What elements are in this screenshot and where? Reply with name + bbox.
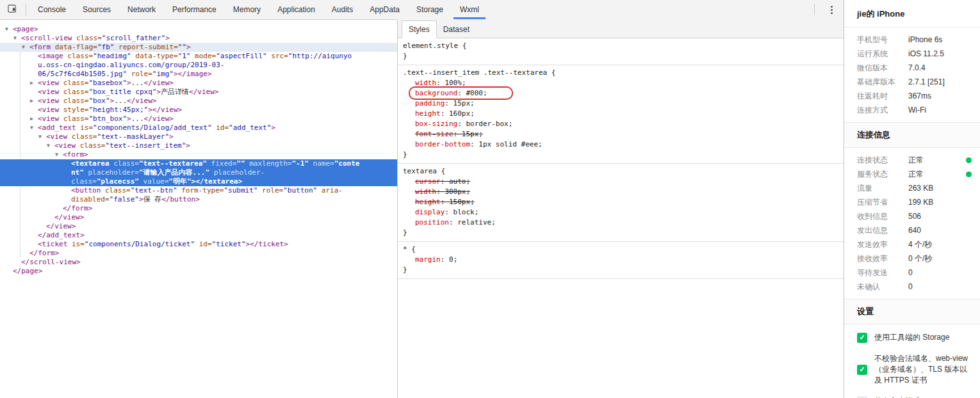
main-toolbar: ConsoleSourcesNetworkPerformanceMemoryAp… xyxy=(0,0,844,19)
chevron-down-icon[interactable]: ▼ xyxy=(30,123,38,132)
code-line: </page> xyxy=(13,267,397,276)
chevron-down-icon[interactable]: ▼ xyxy=(55,150,63,159)
wxml-tree-node[interactable]: </form> xyxy=(0,249,397,258)
info-row: 流量263 KB xyxy=(844,181,980,195)
settings-item: ✓使用工具端的 Storage xyxy=(844,327,980,348)
toolbar-tab-wxml[interactable]: Wxml xyxy=(452,0,487,19)
chevron-down-icon[interactable]: ▼ xyxy=(47,141,54,150)
info-row: 微信版本7.0.4 xyxy=(844,61,980,75)
css-property[interactable]: padding: 15px; xyxy=(403,99,837,109)
css-property[interactable]: display: block; xyxy=(403,207,837,218)
toolbar-tab-application[interactable]: Application xyxy=(269,0,323,19)
wxml-tree-node[interactable]: </add_text> xyxy=(0,231,397,240)
code-line: </add_text> xyxy=(38,231,397,240)
wxml-tree-node[interactable]: ▼<view class="text--insert_item"> xyxy=(0,141,397,150)
wxml-tree-node[interactable]: </form> xyxy=(0,204,397,213)
chevron-right-icon[interactable]: ▶ xyxy=(30,115,38,123)
wxml-tree-node[interactable]: <ticket is="components/Dialog/ticket" id… xyxy=(0,240,397,249)
device-info-panel: jie的 iPhone 手机型号iPhone 6s运行系统iOS 11.2.5微… xyxy=(844,0,980,398)
wxml-tree-node[interactable]: ▶<view class="box">...</view> xyxy=(0,97,397,106)
css-property[interactable]: height: 160px; xyxy=(403,109,837,119)
info-row: 接收效率0 个/秒 xyxy=(844,251,980,266)
css-selector[interactable]: element.style { xyxy=(403,41,837,51)
info-value: Wi-Fi xyxy=(908,106,926,115)
wxml-tree-node[interactable]: ▼<form> xyxy=(0,150,397,159)
wxml-tree-node[interactable]: ▼<view class="text--maskLayer"> xyxy=(0,132,397,141)
settings-item: ✓不校验合法域名、web-view（业务域名）、TLS 版本以及 HTTPS 证… xyxy=(844,348,980,391)
css-selector[interactable]: textarea { xyxy=(403,166,837,177)
info-value: iPhone 6s xyxy=(908,35,942,44)
settings-section-header: 设置 xyxy=(844,299,980,324)
info-row: 手机型号iPhone 6s xyxy=(844,33,980,47)
css-rule: textarea {cursor: auto;width: 300px;heig… xyxy=(398,164,844,242)
toolbar-tab-console[interactable]: Console xyxy=(29,0,74,19)
connection-info-rows: 连接状态正常服务状态正常流量263 KB压缩节省199 KB收到信息506发出信… xyxy=(844,148,980,299)
info-label: 接收效率 xyxy=(857,253,908,264)
info-value: 0 xyxy=(908,268,913,277)
info-label: 发出信息 xyxy=(857,225,908,236)
toolbar-tab-storage[interactable]: Storage xyxy=(408,0,452,19)
css-property[interactable]: border-bottom: 1px solid #eee; xyxy=(403,139,837,150)
info-value: 7.0.4 xyxy=(908,63,926,72)
wxml-tree-node[interactable]: <textarea class="text--textarea" fixed="… xyxy=(0,159,397,186)
chevron-right-icon[interactable]: ▶ xyxy=(30,97,38,106)
wxml-tree-node[interactable]: </view> xyxy=(0,222,397,231)
code-line: </scroll-view> xyxy=(21,258,397,267)
css-property[interactable]: cursor: auto; xyxy=(403,177,837,187)
info-label: 运行系统 xyxy=(857,49,908,60)
css-selector[interactable]: .text--insert_item .text--textarea { xyxy=(403,68,837,78)
css-property[interactable]: width: 300px; xyxy=(403,187,837,197)
toolbar-tab-sources[interactable]: Sources xyxy=(74,0,119,19)
code-line: class="placecss" value="明年"></textarea> xyxy=(71,177,397,186)
css-property[interactable]: position: relative; xyxy=(403,218,837,228)
styles-tab-styles[interactable]: Styles xyxy=(402,20,437,38)
overflow-menu-icon[interactable] xyxy=(824,0,838,19)
wxml-tree-node[interactable]: ▼<page> xyxy=(0,25,397,34)
styles-tab-dataset[interactable]: Dataset xyxy=(437,21,476,38)
css-property[interactable]: margin: 0; xyxy=(403,255,837,265)
wxml-tree-node[interactable]: </scroll-view> xyxy=(0,258,397,267)
chevron-down-icon[interactable]: ▼ xyxy=(5,25,13,34)
code-line: </form> xyxy=(29,249,397,258)
toolbar-tab-memory[interactable]: Memory xyxy=(225,0,269,19)
wxml-tree-node[interactable]: <image class="headimg" data-type="1" mod… xyxy=(0,52,397,79)
toolbar-tab-appdata[interactable]: AppData xyxy=(361,0,408,19)
toolbar-tab-audits[interactable]: Audits xyxy=(323,0,361,19)
css-property[interactable]: box-sizing: border-box; xyxy=(403,119,837,129)
wxml-tree-node[interactable]: <view style="height:45px;"></view> xyxy=(0,106,397,115)
css-property[interactable]: width: 100%; xyxy=(403,78,837,88)
css-property[interactable]: font-size: 15px; xyxy=(403,129,837,139)
wxml-tree-panel: ▼<page>▼<scroll-view class="scroll_fathe… xyxy=(0,19,398,398)
info-label: 往返耗时 xyxy=(857,91,908,102)
info-row: 服务状态正常 xyxy=(844,167,980,181)
wxml-tree-node[interactable]: ▼<add_text is="components/Dialog/add_tex… xyxy=(0,123,397,132)
chevron-right-icon[interactable]: ▶ xyxy=(30,79,38,88)
info-label: 发送效率 xyxy=(857,239,908,250)
css-property[interactable]: height: 150px; xyxy=(403,197,837,207)
wxml-tree-node[interactable]: <view class="box_title cpxq">产品详情</view> xyxy=(0,88,397,97)
chevron-down-icon[interactable]: ▼ xyxy=(13,34,21,43)
info-row: 等待发送0 xyxy=(844,266,980,280)
wxml-tree-node[interactable]: </page> xyxy=(0,267,397,276)
toolbar-tab-network[interactable]: Network xyxy=(119,0,164,19)
chevron-down-icon[interactable]: ▼ xyxy=(38,132,46,141)
chevron-down-icon[interactable]: ▼ xyxy=(22,43,29,52)
code-line: </view> xyxy=(54,213,397,222)
info-label: 压缩节省 xyxy=(857,197,908,208)
wxml-tree-node[interactable]: ▶<view class="btn_box">...</view> xyxy=(0,115,397,123)
wxml-tree-node[interactable]: ▶<view class="basebox">...</view> xyxy=(0,79,397,88)
styles-panel-tabs: StylesDataset xyxy=(398,19,844,38)
annotated-property: background: #000; xyxy=(415,88,487,99)
wxml-tree-node[interactable]: </view> xyxy=(0,213,397,222)
checkbox[interactable]: ✓ xyxy=(857,365,867,375)
wxml-tree-node[interactable]: <button class="text--btn" form-type="sub… xyxy=(0,186,397,204)
css-selector[interactable]: * { xyxy=(403,244,837,255)
device-name: jie的 iPhone xyxy=(844,0,980,28)
wxml-tree-node[interactable]: ▼<scroll-view class="scroll_father"> xyxy=(0,34,397,43)
wxml-tree-node[interactable]: ▼<form data-flag="fb" report-submit=""> xyxy=(0,43,397,52)
info-row: 连接状态正常 xyxy=(844,153,980,167)
toolbar-tab-performance[interactable]: Performance xyxy=(164,0,225,19)
css-property[interactable]: background: #000; xyxy=(403,88,837,99)
inspect-element-button[interactable] xyxy=(0,0,22,19)
checkbox[interactable]: ✓ xyxy=(857,333,867,343)
